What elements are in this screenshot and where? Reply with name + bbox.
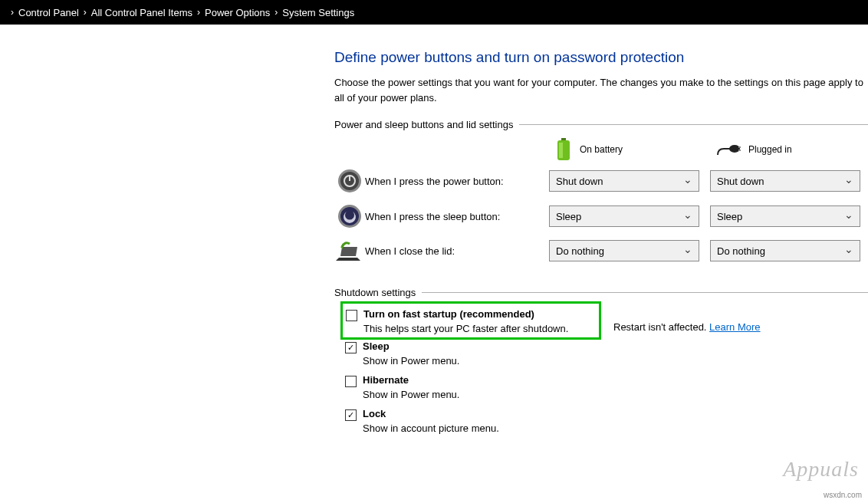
checkbox-label: Lock xyxy=(363,408,386,419)
checkbox-description: Show in Power menu. xyxy=(363,389,868,400)
checkbox-sleep[interactable]: ✓ xyxy=(345,342,357,353)
row-label: When I close the lid: xyxy=(365,245,549,257)
breadcrumb-item[interactable]: System Settings xyxy=(282,7,354,18)
breadcrumb-item[interactable]: All Control Panel Items xyxy=(91,7,192,18)
column-header-battery: On battery xyxy=(555,138,705,161)
chevron-right-icon: › xyxy=(11,7,14,18)
checkbox-description: Show in Power menu. xyxy=(363,355,868,367)
battery-icon xyxy=(555,138,572,161)
power-button-icon xyxy=(337,169,362,193)
svg-rect-4 xyxy=(738,146,741,148)
page-intro: Choose the power settings that you want … xyxy=(334,75,863,105)
annotation-highlight: Turn on fast startup (recommended) This … xyxy=(340,301,601,340)
checkbox-label: Turn on fast startup (recommended) xyxy=(363,308,534,320)
checkbox-lock[interactable]: ✓ xyxy=(345,409,357,421)
column-header-plugged: Plugged in xyxy=(716,141,866,158)
column-label: On battery xyxy=(580,144,623,155)
section-shutdown: Shutdown settings Turn on fast startup (… xyxy=(334,287,868,442)
section-legend: Power and sleep buttons and lid settings xyxy=(334,119,519,130)
checkbox-fast-startup[interactable] xyxy=(346,310,357,321)
svg-rect-0 xyxy=(561,138,566,140)
checkbox-label: Hibernate xyxy=(363,374,409,386)
select-power-plugged[interactable]: Shut down xyxy=(710,170,860,192)
section-buttons-lid: Power and sleep buttons and lid settings… xyxy=(334,119,868,273)
page-title: Define power buttons and turn on passwor… xyxy=(334,49,868,66)
sleep-button-icon xyxy=(337,204,362,228)
checkbox-description-trail: Restart isn't affected. Learn More xyxy=(613,321,868,333)
row-sleep-button: When I press the sleep button: Sleep Sle… xyxy=(334,204,868,228)
checkbox-description: This helps start your PC faster after sh… xyxy=(363,323,596,334)
breadcrumb-item[interactable]: Power Options xyxy=(205,7,270,18)
checkbox-hibernate[interactable] xyxy=(345,376,357,387)
checkbox-label: Sleep xyxy=(363,340,390,352)
select-power-battery[interactable]: Shut down xyxy=(549,170,699,192)
breadcrumb-bar: › Control Panel › All Control Panel Item… xyxy=(0,0,868,25)
chevron-right-icon: › xyxy=(197,7,200,18)
svg-rect-5 xyxy=(738,150,741,151)
section-legend: Shutdown settings xyxy=(334,287,422,298)
row-label: When I press the sleep button: xyxy=(365,211,549,222)
svg-rect-2 xyxy=(559,143,563,158)
row-close-lid: When I close the lid: Do nothing Do noth… xyxy=(334,239,868,262)
row-label: When I press the power button: xyxy=(365,176,549,187)
breadcrumb-item[interactable]: Control Panel xyxy=(18,7,79,18)
checkbox-description: Show in account picture menu. xyxy=(363,422,868,434)
svg-point-3 xyxy=(729,145,740,153)
laptop-lid-icon xyxy=(336,239,363,262)
select-lid-plugged[interactable]: Do nothing xyxy=(710,240,860,261)
row-power-button: When I press the power button: Shut down… xyxy=(334,169,868,193)
select-sleep-battery[interactable]: Sleep xyxy=(549,205,699,227)
column-label: Plugged in xyxy=(748,144,792,155)
plug-icon xyxy=(716,141,741,158)
select-lid-battery[interactable]: Do nothing xyxy=(549,240,699,261)
select-sleep-plugged[interactable]: Sleep xyxy=(710,205,860,227)
chevron-right-icon: › xyxy=(84,7,87,18)
chevron-right-icon: › xyxy=(275,7,278,18)
learn-more-link[interactable]: Learn More xyxy=(709,321,760,333)
